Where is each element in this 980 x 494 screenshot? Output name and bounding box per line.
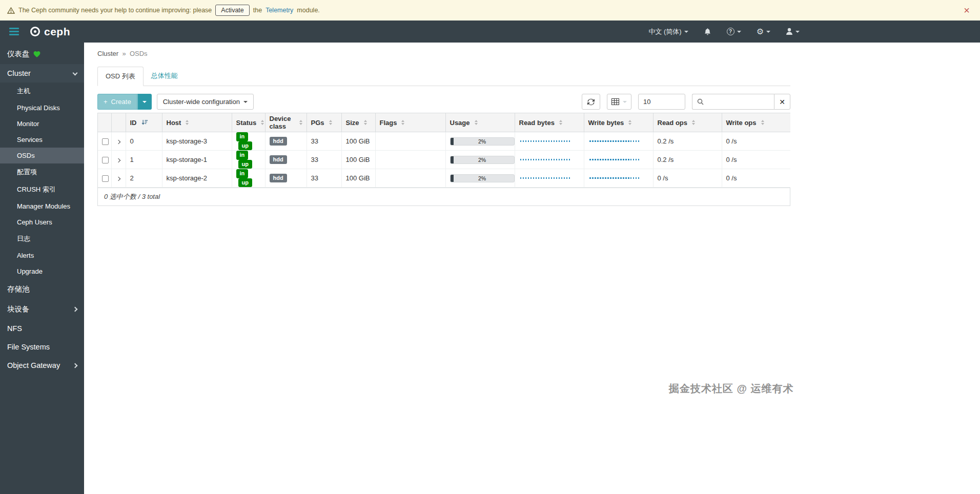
col-header-size[interactable]: Size [341,113,375,132]
read-ops-cell: 0.2 /s [653,132,722,151]
user-menu[interactable] [786,28,800,35]
col-header-id[interactable]: ID [126,113,162,132]
col-label: Read bytes [519,119,555,127]
row-checkbox[interactable] [102,138,109,145]
col-header-host[interactable]: Host [162,113,232,132]
language-menu[interactable]: 中文 (简体) [648,27,688,36]
write-bytes-sparkline [589,140,640,142]
create-button[interactable]: + Create [97,94,137,110]
col-header-read-ops[interactable]: Read ops [653,113,722,132]
sidebar-item-nfs[interactable]: NFS [0,319,84,338]
top-navbar: ceph 中文 (简体) ? ⚙ [0,20,980,43]
sidebar-item-crush-map[interactable]: CRUSH 索引 [0,181,84,198]
write-ops-cell: 0 /s [722,169,790,188]
help-menu[interactable]: ? [727,28,741,35]
sort-icon [475,120,478,125]
sidebar-item-label: 仪表盘 [7,49,30,59]
banner-close-icon[interactable]: × [964,5,973,15]
sidebar-item-label: File Systems [7,343,50,351]
col-header-pgs[interactable]: PGs [307,113,341,132]
table-row[interactable]: 1 ksp-storage-1 in up hdd 33 100 GiB [98,151,790,169]
sidebar-item-file-systems[interactable]: File Systems [0,338,84,356]
search-clear-button[interactable]: ✕ [774,94,790,110]
sidebar-item-block[interactable]: 块设备 [0,299,84,319]
sidebar-item-cluster[interactable]: Cluster [0,64,84,83]
sidebar-item-pools[interactable]: 存储池 [0,279,84,299]
activate-telemetry-button[interactable]: Activate [215,5,249,16]
sort-icon [628,120,631,125]
sidebar-item-alerts[interactable]: Alerts [0,248,84,263]
row-expand-button[interactable] [111,151,126,169]
chevron-right-icon [116,140,120,144]
col-label: ID [130,119,137,127]
sidebar-item-monitor[interactable]: Monitor [0,116,84,132]
sidebar-item-upgrade[interactable]: Upgrade [0,263,84,279]
ceph-logo[interactable]: ceph [30,26,70,38]
row-checkbox[interactable] [102,175,109,182]
telemetry-link[interactable]: Telemetry [266,7,293,14]
host-cell: ksp-storage-2 [162,169,232,188]
refresh-button[interactable] [582,94,600,110]
search-icon-addon[interactable] [692,94,708,110]
sidebar-item-configuration[interactable]: 配置项 [0,163,84,181]
main-content: Cluster » OSDs OSD 列表 总体性能 + Create Clus… [84,43,980,494]
osd-id-cell: 2 [126,169,162,188]
sidebar-item-services[interactable]: Services [0,132,84,148]
col-header-status[interactable]: Status [232,113,265,132]
sidebar-item-object-gateway[interactable]: Object Gateway [0,356,84,375]
search-input[interactable] [708,94,774,110]
chevron-down-icon [766,31,770,33]
sidebar-item-logs[interactable]: 日志 [0,230,84,248]
row-expand-button[interactable] [111,169,126,188]
col-header-read-bytes[interactable]: Read bytes [515,113,584,132]
sidebar-item-manager-modules[interactable]: Manager Modules [0,198,84,214]
sidebar-item-physical-disks[interactable]: Physical Disks [0,100,84,116]
device-class-badge: hdd [270,137,287,146]
brand-text: ceph [44,26,70,38]
watermark-text: 掘金技术社区 @ 运维有术 [669,382,794,396]
host-cell: ksp-storage-3 [162,132,232,151]
col-label: Usage [450,119,470,127]
create-dropdown-toggle[interactable] [137,94,152,110]
tab-overall-performance[interactable]: 总体性能 [144,67,186,86]
osd-id-cell: 0 [126,132,162,151]
col-label: Status [236,119,257,127]
green-heart-icon [33,51,40,58]
breadcrumb-parent[interactable]: Cluster [97,50,118,57]
device-class-badge: hdd [270,155,287,164]
tab-osd-list[interactable]: OSD 列表 [97,67,144,86]
usage-bar: 2% [450,174,515,182]
status-badge-in: in [236,151,249,160]
flags-cell [375,132,445,151]
col-label: Read ops [658,119,688,127]
usage-cell: 2% [445,132,515,151]
sort-icon [186,120,189,125]
row-expand-button[interactable] [111,132,126,151]
read-bytes-sparkline [520,140,570,142]
column-toggle-button[interactable] [607,94,631,110]
sidebar-item-dashboard[interactable]: 仪表盘 [0,44,84,64]
col-header-device-class[interactable]: Device class [265,113,307,132]
col-header-usage[interactable]: Usage [445,113,515,132]
row-checkbox[interactable] [102,157,109,163]
sort-icon [364,120,367,125]
write-bytes-sparkline [589,177,640,179]
sidebar-item-ceph-users[interactable]: Ceph Users [0,214,84,230]
hamburger-menu-icon[interactable] [9,26,19,37]
col-header-write-bytes[interactable]: Write bytes [584,113,653,132]
settings-menu[interactable]: ⚙ [757,28,770,36]
notifications-button[interactable] [704,28,711,36]
sidebar-item-hosts[interactable]: 主机 [0,83,84,100]
sidebar-item-osds[interactable]: OSDs [0,148,84,163]
col-header-write-ops[interactable]: Write ops [722,113,790,132]
breadcrumb: Cluster » OSDs [97,50,967,57]
size-cell: 100 GiB [341,151,375,169]
table-row[interactable]: 0 ksp-storage-3 in up hdd 33 100 GiB [98,132,790,151]
page-size-input[interactable] [638,94,685,110]
cluster-wide-configuration-button[interactable]: Cluster-wide configuration [157,94,254,110]
col-header-flags[interactable]: Flags [375,113,445,132]
pgs-cell: 33 [307,151,341,169]
table-row[interactable]: 2 ksp-storage-2 in up hdd 33 100 GiB [98,169,790,188]
navbar-right: 中文 (简体) ? ⚙ [648,27,800,36]
sidebar-item-label: Object Gateway [7,361,60,369]
